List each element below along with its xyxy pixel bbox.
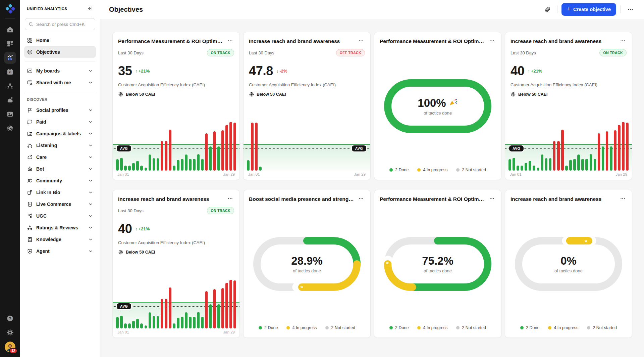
sidebar-item-campaigns-labels[interactable]: Campaigns & labels [24, 128, 96, 139]
card-menu-button[interactable] [226, 196, 234, 203]
bar [181, 317, 183, 328]
sidebar-item-objectives[interactable]: Objectives [24, 46, 96, 58]
sidebar-item-label: Shared with me [36, 80, 85, 85]
bar [233, 280, 236, 328]
legend-item: 4 In progress [417, 168, 447, 172]
rail-image-button[interactable] [4, 108, 16, 120]
objective-card[interactable]: Performance Measurement & ROI Optimizati… [112, 32, 240, 180]
sidebar-item-social-profiles[interactable]: Social profiles [24, 104, 96, 116]
objective-card[interactable]: Increase reach and brand awareness0%of t… [505, 190, 632, 338]
page-more-button[interactable] [625, 4, 636, 15]
create-objective-button[interactable]: + Create objective [561, 3, 616, 16]
target-icon [511, 92, 516, 97]
objective-card[interactable]: Boost social media presence and strength… [243, 190, 371, 338]
sidebar-item-label: Care [36, 154, 85, 160]
sidebar-item-my-boards[interactable]: My boards [24, 65, 96, 77]
chevron-down-icon [88, 225, 93, 230]
app-logo[interactable] [5, 4, 15, 14]
legend-dot [456, 326, 460, 329]
bar [177, 318, 179, 328]
card-title: Increase reach and brand awareness [511, 196, 616, 202]
bar [537, 168, 540, 171]
rail-house-button[interactable] [4, 24, 16, 36]
card-menu-button[interactable] [488, 196, 496, 203]
sidebar-item-ratings-reviews[interactable]: Ratings & Reviews [24, 222, 96, 233]
collapse-sidebar-button[interactable] [87, 5, 94, 12]
ellipsis-icon [620, 196, 626, 203]
search-input[interactable] [25, 18, 95, 30]
sidebar-item-link-in-bio[interactable]: Link In Bio [24, 186, 96, 198]
objective-card[interactable]: Increase reach and brand awarenessLast 3… [505, 32, 632, 180]
sidebar-item-bot[interactable]: Bot [24, 163, 96, 175]
sidebar-item-shared-with-me[interactable]: Shared with me [24, 77, 96, 88]
metric-name: Customer Acquisition Efficiency Index (C… [118, 240, 234, 245]
legend-dot [520, 326, 524, 329]
user-avatar[interactable]: 12 [5, 342, 15, 352]
paperclip-icon [544, 6, 551, 13]
legend-dot [587, 326, 590, 329]
objective-card[interactable]: Increase reach and brand awarenessLast 3… [112, 190, 240, 338]
objective-card[interactable]: Increase reach and brand awarenessLast 3… [243, 32, 371, 180]
rail-grid-tiles-button[interactable] [4, 38, 16, 50]
bar [157, 316, 159, 328]
bar [128, 323, 131, 328]
bar [169, 287, 171, 328]
rail-cloud-plus-button[interactable] [4, 94, 16, 106]
card-menu-button[interactable] [488, 38, 496, 45]
sidebar-item-label: Bot [36, 166, 85, 172]
sidebar-item-agent[interactable]: Agent [24, 245, 96, 257]
home-grid-icon [27, 37, 33, 43]
period-label: Last 30 Days [511, 50, 536, 55]
metric-value: 40 [118, 222, 132, 236]
bar [225, 283, 228, 328]
bar [209, 304, 212, 328]
card-title: Increase reach and brand awareness [118, 196, 223, 202]
chevron-down-icon [88, 154, 93, 160]
bar [557, 141, 560, 171]
sidebar-item-knowledge[interactable]: Knowledge [24, 233, 96, 245]
sidebar-item-live-commerce[interactable]: Live Commerce [24, 198, 96, 210]
legend-dot [548, 326, 551, 329]
metric-delta: ↑+21% [135, 69, 150, 74]
metric-value: 40 [511, 64, 524, 78]
sidebar-item-label: UGC [36, 213, 85, 219]
sidebar-item-paid[interactable]: Paid [24, 116, 96, 128]
tactics-progress-ring: 100%of tactics done [384, 79, 491, 133]
sidebar-item-home[interactable]: Home [24, 34, 96, 46]
card-menu-button[interactable] [357, 38, 365, 45]
sidebar-item-ugc[interactable]: UGC [24, 210, 96, 222]
card-menu-button[interactable] [226, 38, 234, 45]
rail-analytics-button[interactable] [4, 52, 16, 64]
rail-people-triad-button[interactable] [4, 80, 16, 92]
sidebar-item-care[interactable]: Care [24, 151, 96, 163]
topbar-actions: + Create objective [542, 3, 636, 16]
card-title: Boost social media presence and strength… [249, 196, 354, 202]
objective-card[interactable]: Performance Measurement & ROI Optimizati… [374, 32, 501, 180]
bar [573, 159, 576, 171]
tactics-legend: 2 Done4 In progress2 Not started [374, 325, 501, 338]
tactics-subtitle: of tactics done [293, 268, 321, 273]
bar [545, 158, 548, 171]
rail-record-dot-button[interactable] [4, 122, 16, 134]
bar [221, 288, 224, 328]
card-menu-button[interactable] [619, 38, 627, 45]
rail-gear-button[interactable] [4, 326, 16, 339]
sidebar: UNIFIED ANALYTICS HomeObjectivesMy board… [20, 0, 100, 357]
bar [598, 133, 600, 171]
brand-name: UNIFIED ANALYTICS [27, 7, 67, 11]
rail-help-button[interactable]: ? [4, 312, 16, 324]
card-menu-button[interactable] [357, 196, 365, 203]
sidebar-item-label: Ratings & Reviews [36, 225, 85, 230]
objective-card[interactable]: Performance Measurement & ROI Optimizati… [374, 190, 501, 338]
bar [145, 168, 147, 171]
bar [626, 123, 629, 171]
svg-text:31: 31 [9, 71, 12, 74]
sidebar-item-community[interactable]: Community [24, 175, 96, 186]
sidebar-item-listening[interactable]: Listening [24, 139, 96, 151]
copy-link-button[interactable] [542, 4, 553, 15]
rail-calendar-31-button[interactable]: 31 [4, 66, 16, 78]
chevron-down-icon [88, 143, 93, 148]
target-icon [27, 49, 33, 55]
bar [149, 312, 151, 328]
card-menu-button[interactable] [619, 196, 627, 203]
